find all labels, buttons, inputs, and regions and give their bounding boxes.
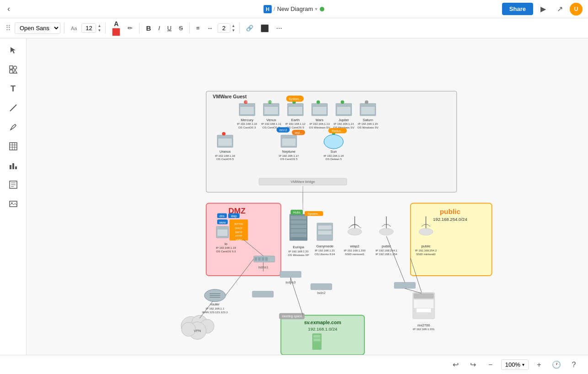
svg-text:mn=2: mn=2 <box>279 128 287 132</box>
undo-button[interactable]: ↩ <box>449 358 463 372</box>
pencil-tool[interactable] <box>5 119 21 135</box>
align-button[interactable]: ≡ <box>193 23 203 33</box>
node-ganymede: Ganymede IP 192.168.1.21 OS Ubuntu 8.04 <box>315 223 335 256</box>
canvas-area[interactable]: VMWare Guest OFF Mercury IP 192.168.1.10… <box>27 38 588 355</box>
svg-text:IP 192.168.254.1: IP 192.168.254.1 <box>375 249 397 252</box>
font-size-control: ▲ ▼ <box>81 23 102 33</box>
line-tool[interactable] <box>5 100 21 116</box>
bold-button[interactable]: B <box>143 22 154 34</box>
font-size-input[interactable] <box>81 23 96 33</box>
svg-rect-19 <box>87 38 527 355</box>
zoom-in-button[interactable]: + <box>532 358 546 372</box>
line-spacing-input[interactable] <box>218 23 230 33</box>
cursor-tool[interactable] <box>5 42 21 59</box>
svg-text:IP 192.168.1.201: IP 192.168.1.201 <box>413 327 435 331</box>
svg-rect-140 <box>265 257 268 261</box>
svg-text:Jupiter: Jupiter <box>338 118 349 122</box>
help-button[interactable]: ? <box>567 358 581 372</box>
svg-rect-67 <box>282 138 296 146</box>
chart-tool[interactable] <box>5 157 21 174</box>
image-tool[interactable] <box>5 196 21 212</box>
svg-text:IP 192.168.1.17: IP 192.168.1.17 <box>279 154 299 157</box>
svg-text:IP 192.168.1.200: IP 192.168.1.200 <box>344 249 366 252</box>
svg-rect-138 <box>258 257 261 261</box>
content-tool[interactable] <box>5 176 21 193</box>
svg-rect-21 <box>240 107 254 114</box>
node-earth: Earth IP 192.168.1.12 OS CentOS 5 System… <box>285 96 305 129</box>
zoom-level-display[interactable]: 100% ▾ <box>501 359 529 370</box>
font-size-spinner: ▲ ▼ <box>97 24 102 33</box>
svg-text:System...: System... <box>289 97 301 101</box>
user-avatar[interactable]: U <box>570 3 583 16</box>
svg-text:IP 192.168.1.12: IP 192.168.1.12 <box>285 122 305 125</box>
text-tool[interactable]: T <box>5 80 21 97</box>
svg-rect-12 <box>15 166 17 169</box>
toolbar-separator-4 <box>189 23 190 34</box>
svg-text:IP 192.168.1.16: IP 192.168.1.16 <box>215 154 235 157</box>
strikethrough-button[interactable]: S <box>176 23 186 33</box>
diagram-dropdown-arrow[interactable]: ▾ <box>315 6 317 11</box>
svg-text:Io: Io <box>225 242 227 246</box>
font-color-swatch <box>112 28 120 36</box>
diagram-name: New Diagram <box>277 5 313 12</box>
svg-text:IP 192.168.1.18: IP 192.168.1.18 <box>324 154 344 157</box>
link-button[interactable]: 🔗 <box>243 23 256 33</box>
svg-text:Uranus: Uranus <box>219 150 231 154</box>
fill-color-button[interactable] <box>258 22 272 34</box>
shapes-tool[interactable] <box>5 61 21 78</box>
font-family-select[interactable]: Open Sans Arial Helvetica <box>15 22 60 34</box>
zoom-out-button[interactable]: − <box>484 358 497 372</box>
line-spacing-down[interactable]: ▼ <box>231 28 236 33</box>
underline-button[interactable]: U <box>165 23 174 33</box>
svg-text:SMTP: SMTP <box>235 231 242 234</box>
table-tool[interactable] <box>5 138 21 155</box>
present-button[interactable]: ▶ <box>537 3 550 16</box>
font-size-down[interactable]: ▼ <box>97 28 102 33</box>
svg-text:Hubs: Hubs <box>293 211 300 214</box>
header-right: Share ▶ ↗ U <box>502 3 583 16</box>
svg-text:IP 192.168.1.10: IP 192.168.1.10 <box>237 122 257 125</box>
svg-text:WAN 123.123.123.1: WAN 123.123.123.1 <box>202 310 228 314</box>
svg-text:ldap: ldap <box>231 214 237 218</box>
svg-text:public: public <box>382 244 391 248</box>
sv-label: sv.exmaple.com <box>304 320 341 325</box>
svg-text:IP 192.168.1.19: IP 192.168.1.19 <box>216 246 236 249</box>
redo-button[interactable]: ↪ <box>466 358 480 372</box>
svg-text:meeting space: meeting space <box>282 315 302 318</box>
back-button[interactable]: ‹ <box>5 2 12 16</box>
svg-point-131 <box>419 228 433 235</box>
svg-rect-55 <box>361 107 375 114</box>
svg-text:Earth: Earth <box>291 118 299 122</box>
svg-text:Neptune: Neptune <box>282 150 295 154</box>
highlight-button[interactable]: ✏ <box>125 23 135 33</box>
drag-handle-icon: ⠿ <box>5 24 11 32</box>
svg-text:DHCP: DHCP <box>235 227 242 230</box>
node-uranus: Uranus IP 192.168.1.16 OS CentOS 5 <box>215 132 235 161</box>
svg-point-126 <box>380 228 394 235</box>
toolbar: ⠿ Open Sans Arial Helvetica Aa ▲ ▼ A ✏ B… <box>0 18 588 38</box>
svg-text:OS CentOS 5.3: OS CentOS 5.3 <box>216 250 236 253</box>
svg-rect-28 <box>264 107 278 114</box>
svg-text:HTTP: HTTP <box>235 235 242 237</box>
toolbar-separator-2 <box>105 23 106 34</box>
svg-text:test...: test... <box>295 131 303 134</box>
highlight-icon: ✏ <box>128 25 133 32</box>
share-button[interactable]: Share <box>502 3 533 15</box>
history-button[interactable]: 🕐 <box>550 358 563 372</box>
svg-text:OS CentOS 3: OS CentOS 3 <box>238 126 256 129</box>
svg-rect-175 <box>416 308 431 313</box>
svg-text:OS CentOS 5: OS CentOS 5 <box>287 126 305 129</box>
svg-text:Saturn: Saturn <box>363 118 373 122</box>
line-spacing-up[interactable]: ▲ <box>231 24 236 28</box>
export-button[interactable]: ↗ <box>553 3 566 16</box>
more-options-button[interactable]: ⋯ <box>273 23 285 33</box>
svg-rect-2 <box>10 70 13 73</box>
spacing-button[interactable]: ↔ <box>204 23 216 33</box>
svg-text:IP 192.168.1.1: IP 192.168.1.1 <box>206 307 225 310</box>
svg-rect-106 <box>290 229 306 233</box>
italic-button[interactable]: I <box>155 23 163 33</box>
svg-rect-98 <box>217 229 228 236</box>
font-color-label: A <box>114 20 118 27</box>
font-color-button[interactable]: A <box>109 18 123 38</box>
font-size-up[interactable]: ▲ <box>97 24 102 28</box>
